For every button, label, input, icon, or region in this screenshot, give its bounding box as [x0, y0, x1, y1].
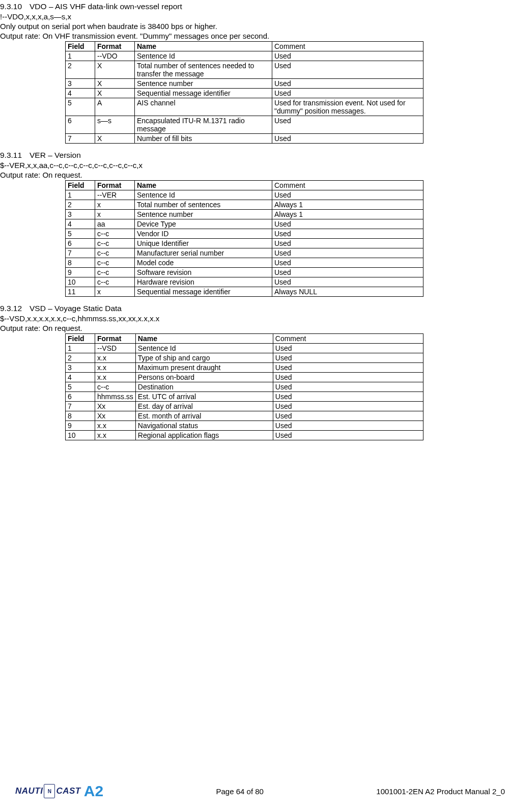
- table-row: 10c--cHardware revisionUsed: [66, 277, 423, 287]
- table-header-cell: Name: [135, 181, 272, 190]
- cell-field: 1: [66, 344, 95, 353]
- cell-format: Xx: [95, 411, 136, 421]
- cell-format: --VSD: [95, 344, 136, 353]
- table-row: 3x.xMaximum present draughtUsed: [66, 363, 423, 373]
- table-header-cell: Name: [135, 42, 272, 51]
- cell-comment: Used: [273, 363, 423, 373]
- cell-field: 9: [66, 421, 95, 431]
- cell-field: 6: [66, 392, 95, 402]
- cell-format: x: [95, 200, 135, 210]
- table-row: 5AAIS channelUsed for transmission event…: [66, 98, 423, 116]
- cell-name: Sequential message identifier: [135, 287, 272, 297]
- cell-comment: Used: [273, 392, 423, 402]
- table-row: 6hhmmss.ssEst. UTC of arrivalUsed: [66, 392, 423, 402]
- table-header-cell: Format: [95, 42, 135, 51]
- cell-comment: Always 1: [272, 200, 423, 210]
- logo-text-a2: A2: [84, 782, 103, 800]
- cell-field: 3: [66, 210, 95, 219]
- cell-comment: Used: [272, 258, 423, 268]
- cell-format: X: [95, 134, 135, 144]
- brand-logo: NAUTI N CAST A2: [0, 782, 103, 800]
- cell-format: x.x: [95, 363, 136, 373]
- cell-field: 4: [66, 373, 95, 382]
- cell-format: hhmmss.ss: [95, 392, 136, 402]
- cell-format: c--c: [95, 248, 135, 258]
- cell-comment: Always NULL: [272, 287, 423, 297]
- cell-format: x.x: [95, 421, 136, 431]
- cell-format: x: [95, 287, 135, 297]
- cell-field: 5: [66, 229, 95, 239]
- cell-name: Regional application flags: [135, 431, 273, 440]
- cell-field: 3: [66, 79, 95, 89]
- cell-field: 1: [66, 51, 95, 61]
- cell-comment: Used: [272, 61, 423, 79]
- cell-format: x.x: [95, 353, 136, 363]
- cell-format: aa: [95, 219, 135, 229]
- table-wrapper: FieldFormatNameComment1--VERSentence IdU…: [0, 180, 505, 297]
- section-heading: 9.3.11VER – Version: [0, 151, 505, 160]
- cell-comment: Used: [273, 402, 423, 411]
- cell-name: Sequential message identifier: [135, 89, 272, 98]
- cell-format: c--c: [95, 277, 135, 287]
- table-row: 10x.xRegional application flagsUsed: [66, 431, 423, 440]
- output-rate: Output rate: On request.: [0, 324, 505, 332]
- cell-comment: Used: [272, 248, 423, 258]
- cell-comment: Always 1: [272, 210, 423, 219]
- table-row: 4XSequential message identifierUsed: [66, 89, 423, 98]
- cell-name: Destination: [135, 382, 273, 392]
- cell-format: X: [95, 61, 135, 79]
- table-row: 1--VDOSentence IdUsed: [66, 51, 423, 61]
- compass-icon: N: [44, 784, 55, 798]
- table-row: 7XxEst. day of arrivalUsed: [66, 402, 423, 411]
- cell-name: Manufacturer serial number: [135, 248, 272, 258]
- cell-format: c--c: [95, 239, 135, 248]
- cell-comment: Used: [272, 51, 423, 61]
- cell-comment: Used: [272, 229, 423, 239]
- cell-name: Est. day of arrival: [135, 402, 273, 411]
- cell-name: Model code: [135, 258, 272, 268]
- cell-comment: Used: [272, 116, 423, 134]
- cell-comment: Used: [272, 89, 423, 98]
- section-heading: 9.3.12VSD – Voyage Static Data: [0, 304, 505, 313]
- sentence-syntax: $--VSD,x.x,x.x,x.x,c--c,hhmmss.ss,xx,xx,…: [0, 314, 505, 323]
- cell-field: 10: [66, 277, 95, 287]
- section-title: VER – Version: [30, 151, 81, 159]
- cell-field: 4: [66, 219, 95, 229]
- table-row: 3xSentence numberAlways 1: [66, 210, 423, 219]
- cell-field: 7: [66, 248, 95, 258]
- table-row: 1--VSDSentence IdUsed: [66, 344, 423, 353]
- cell-comment: Used: [272, 134, 423, 144]
- table-row: 3XSentence numberUsed: [66, 79, 423, 89]
- field-table: FieldFormatNameComment1--VERSentence IdU…: [65, 180, 423, 297]
- cell-comment: Used: [272, 277, 423, 287]
- table-wrapper: FieldFormatNameComment1--VDOSentence IdU…: [0, 41, 505, 144]
- cell-name: Sentence number: [135, 210, 272, 219]
- cell-comment: Used: [273, 411, 423, 421]
- cell-name: Persons on-board: [135, 373, 273, 382]
- cell-format: c--c: [95, 382, 136, 392]
- table-row: 4aaDevice TypeUsed: [66, 219, 423, 229]
- table-header-cell: Field: [66, 181, 95, 190]
- cell-comment: Used: [273, 431, 423, 440]
- sentence-syntax: $--VER,x,x,aa,c--c,c--c,c--c,c--c,c--c,c…: [0, 161, 505, 170]
- cell-comment: Used: [272, 239, 423, 248]
- table-row: 2xTotal number of sentencesAlways 1: [66, 200, 423, 210]
- table-row: 9x.xNavigational statusUsed: [66, 421, 423, 431]
- cell-format: x.x: [95, 431, 136, 440]
- cell-format: --VER: [95, 190, 135, 200]
- cell-name: Est. UTC of arrival: [135, 392, 273, 402]
- cell-name: Software revision: [135, 268, 272, 277]
- cell-field: 7: [66, 134, 95, 144]
- section-heading: 9.3.10VDO – AIS VHF data-link own-vessel…: [0, 2, 505, 11]
- table-header-row: FieldFormatNameComment: [66, 181, 423, 190]
- cell-comment: Used: [273, 373, 423, 382]
- section-number: 9.3.10: [0, 2, 30, 11]
- table-header-cell: Name: [135, 334, 273, 344]
- cell-field: 2: [66, 200, 95, 210]
- cell-field: 6: [66, 116, 95, 134]
- table-row: 9c--cSoftware revisionUsed: [66, 268, 423, 277]
- cell-field: 3: [66, 363, 95, 373]
- cell-field: 7: [66, 402, 95, 411]
- table-header-row: FieldFormatNameComment: [66, 334, 423, 344]
- table-row: 5c--cDestinationUsed: [66, 382, 423, 392]
